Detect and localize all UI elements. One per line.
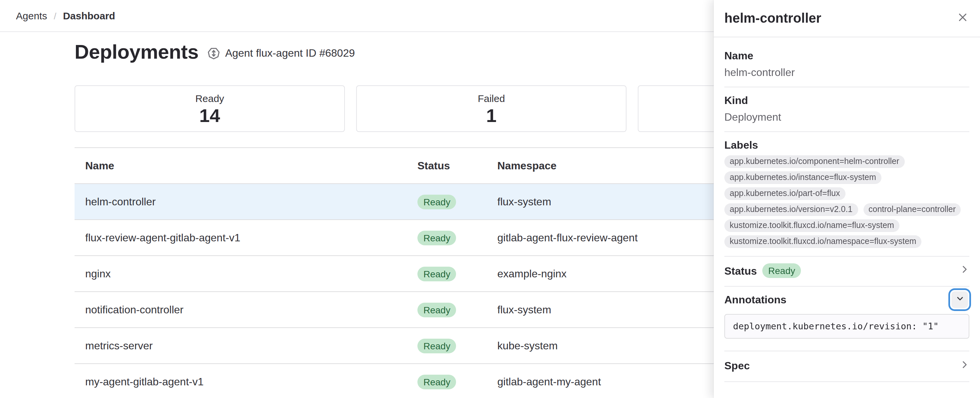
status-badge: Ready <box>417 302 457 317</box>
breadcrumb-dashboard[interactable]: Dashboard <box>63 10 115 21</box>
chevron-down-icon <box>955 294 964 305</box>
card-failed: Failed 1 <box>356 85 627 132</box>
annotations-collapse-button[interactable] <box>950 290 969 309</box>
cell-name: flux-review-agent-gitlab-agent-v1 <box>75 232 417 244</box>
section-spec-label: Spec <box>724 359 750 372</box>
breadcrumb-agents[interactable]: Agents <box>16 10 47 21</box>
labels-pill-list: app.kubernetes.io/component=helm-control… <box>724 155 969 248</box>
drawer-body: Name helm-controller Kind Deployment Lab… <box>714 37 980 382</box>
status-badge: Ready <box>417 194 457 209</box>
section-kind-label: Kind <box>724 94 969 107</box>
page-title: Deployments <box>75 39 199 65</box>
card-ready: Ready 14 <box>75 85 345 132</box>
close-button[interactable] <box>953 9 972 28</box>
close-icon <box>958 13 967 24</box>
app-window: Agents / Dashboard Deployments Agent flu… <box>0 0 980 398</box>
cell-name: notification-controller <box>75 304 417 316</box>
label-pill: app.kubernetes.io/version=v2.0.1 <box>724 203 858 216</box>
section-annotations-label: Annotations <box>724 293 787 306</box>
label-pill: app.kubernetes.io/component=helm-control… <box>724 155 904 168</box>
agent-label: Agent flux-agent ID #68029 <box>225 47 355 59</box>
status-badge: Ready <box>417 338 457 353</box>
section-spec[interactable]: Spec <box>724 351 969 382</box>
section-name: Name helm-controller <box>724 43 969 87</box>
agent-info: Agent flux-agent ID #68029 <box>207 47 355 65</box>
label-pill: app.kubernetes.io/part-of=flux <box>724 187 845 200</box>
section-name-value: helm-controller <box>724 66 969 79</box>
section-status[interactable]: Status Ready <box>724 257 969 287</box>
card-failed-value: 1 <box>486 105 496 127</box>
annotations-code: deployment.kubernetes.io/revision: "1" <box>724 314 969 339</box>
section-annotations: Annotations deployment.kubernetes.io/rev… <box>724 287 969 351</box>
label-pill: kustomize.toolkit.fluxcd.io/namespace=fl… <box>724 235 922 248</box>
chevron-right-icon <box>960 360 969 372</box>
label-pill: kustomize.toolkit.fluxcd.io/name=flux-sy… <box>724 219 899 232</box>
column-header-name: Name <box>75 160 417 172</box>
card-ready-value: 14 <box>199 105 220 127</box>
drawer-title: helm-controller <box>724 11 821 26</box>
chevron-right-icon <box>960 265 969 277</box>
column-header-status: Status <box>417 160 497 172</box>
section-labels-label: Labels <box>724 139 969 151</box>
cluster-agent-icon <box>207 47 220 60</box>
detail-drawer: helm-controller Name helm-controller Kin… <box>714 0 980 398</box>
cell-name: my-agent-gitlab-agent-v1 <box>75 376 417 388</box>
section-name-label: Name <box>724 50 969 62</box>
status-badge: Ready <box>417 230 457 245</box>
breadcrumb-separator: / <box>54 10 56 21</box>
label-pill: control-plane=controller <box>863 203 961 216</box>
section-kind-value: Deployment <box>724 111 969 123</box>
section-labels: Labels app.kubernetes.io/component=helm-… <box>724 132 969 257</box>
card-ready-label: Ready <box>196 92 224 105</box>
section-kind: Kind Deployment <box>724 87 969 132</box>
drawer-header: helm-controller <box>714 0 980 37</box>
page-header: Deployments Agent flux-agent ID #68029 <box>75 39 355 65</box>
card-failed-label: Failed <box>478 92 505 105</box>
status-badge: Ready <box>417 266 457 281</box>
cell-name: nginx <box>75 268 417 280</box>
drawer-status-badge: Ready <box>762 263 801 278</box>
cell-name: metrics-server <box>75 340 417 352</box>
cell-name: helm-controller <box>75 196 417 208</box>
label-pill: app.kubernetes.io/instance=flux-system <box>724 171 881 184</box>
section-status-label: Status <box>724 264 757 277</box>
status-badge: Ready <box>417 374 457 389</box>
